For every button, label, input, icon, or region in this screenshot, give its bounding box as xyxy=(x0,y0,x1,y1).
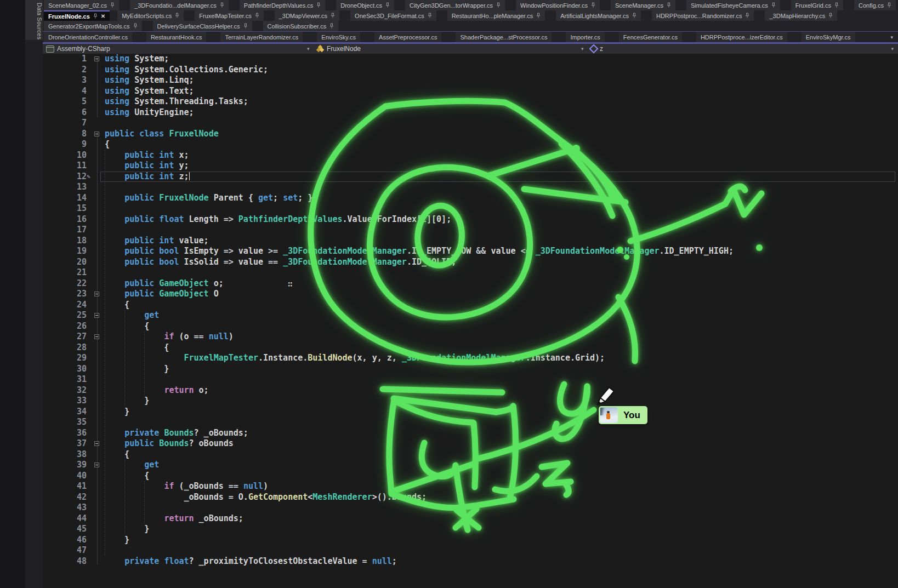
code-text[interactable]: { xyxy=(105,139,110,150)
code-text[interactable]: using System.Text; xyxy=(105,86,194,97)
pin-icon[interactable] xyxy=(329,23,334,29)
code-text[interactable]: FruxelMapTester.Instance.BuildNode(x, y,… xyxy=(105,353,605,364)
fold-collapse-icon[interactable] xyxy=(94,334,99,339)
code-text[interactable]: get xyxy=(105,460,159,471)
pin-icon[interactable] xyxy=(428,13,432,19)
pin-icon[interactable] xyxy=(175,13,179,19)
code-text[interactable]: public class FruxelNode xyxy=(105,129,219,140)
close-icon[interactable]: ✕ xyxy=(101,13,105,19)
code-text[interactable]: { xyxy=(105,449,129,460)
tab-FruxelMapTester.cs[interactable]: FruxelMapTester.cs xyxy=(195,10,263,21)
fold-collapse-icon[interactable] xyxy=(94,441,99,446)
tab-_3DMapHierarchy.cs[interactable]: _3DMapHierarchy.cs xyxy=(765,10,837,21)
pin-icon[interactable] xyxy=(771,2,776,8)
breadcrumb-type-dropdown[interactable]: ▾ xyxy=(581,44,584,54)
code-text[interactable]: if (o == null) xyxy=(105,332,234,342)
pin-icon[interactable] xyxy=(632,13,636,19)
pin-icon[interactable] xyxy=(220,2,224,8)
code-text[interactable]: } xyxy=(105,535,129,546)
tab-FencesGenerator.cs[interactable]: FencesGenerator.cs xyxy=(619,32,682,42)
tab-AssetPreprocessor.cs[interactable]: AssetPreprocessor.cs xyxy=(374,32,441,42)
pin-icon[interactable] xyxy=(887,2,891,8)
tab-RestaurantHook.cs[interactable]: RestaurantHook.cs xyxy=(146,32,207,42)
tab-_3DMapViewer.cs[interactable]: _3DMapViewer.cs xyxy=(275,10,339,21)
tab-HDRPPostproc...Randomizer.cs[interactable]: HDRPPostproc...Randomizer.cs xyxy=(652,10,754,21)
pin-icon[interactable] xyxy=(110,2,115,8)
pin-icon[interactable] xyxy=(316,2,321,8)
tab-SceneManager.cs[interactable]: SceneManager.cs xyxy=(611,0,675,10)
code-text[interactable]: } xyxy=(105,407,129,418)
fold-collapse-icon[interactable] xyxy=(94,132,99,136)
code-text[interactable]: public int z; xyxy=(105,172,190,182)
code-text[interactable]: using UnityEngine; xyxy=(105,107,194,118)
fold-collapse-icon[interactable] xyxy=(94,463,99,467)
tab-DroneOrientationController.cs[interactable]: DroneOrientationController.cs xyxy=(44,32,132,42)
pin-icon[interactable] xyxy=(331,13,335,19)
code-text[interactable]: if (_oBounds == null) xyxy=(105,481,268,492)
tab-CityGen3DGen...torWrapper.cs[interactable]: CityGen3DGen...torWrapper.cs xyxy=(405,0,505,10)
tab-MyEditorScripts.cs[interactable]: MyEditorScripts.cs xyxy=(117,10,184,21)
pin-icon[interactable] xyxy=(828,13,833,19)
code-text[interactable]: { xyxy=(105,471,149,482)
pin-icon[interactable] xyxy=(536,13,541,19)
code-text[interactable]: public bool IsEmpty => value >= _3DFound… xyxy=(105,246,734,257)
tab-Config.cs[interactable]: Config.cs xyxy=(854,0,896,10)
tab-Generator2ExportMapTools.cs[interactable]: Generator2ExportMapTools.cs xyxy=(44,21,142,31)
tab-ShaderPackage...stProcessor.cs[interactable]: ShaderPackage...stProcessor.cs xyxy=(456,32,552,42)
code-text[interactable]: using System; xyxy=(105,54,169,65)
breadcrumb-project-dropdown[interactable]: ▾ xyxy=(307,44,310,54)
code-text[interactable]: public GameObject O xyxy=(105,289,219,300)
code-text[interactable]: return _oBounds; xyxy=(105,513,243,524)
code-text[interactable]: public bool IsSolid => value == _3DFound… xyxy=(105,257,456,268)
tab-FruxelNode.cs[interactable]: FruxelNode.cs✕ xyxy=(44,10,110,21)
pin-icon[interactable] xyxy=(834,2,839,8)
breadcrumb-member[interactable]: z xyxy=(590,44,603,54)
code-text[interactable]: private Bounds? _oBounds; xyxy=(105,428,248,439)
tab-Importer.cs[interactable]: Importer.cs xyxy=(566,32,604,42)
pin-icon[interactable] xyxy=(243,23,248,29)
pin-icon[interactable] xyxy=(385,2,390,8)
code-text[interactable]: public Bounds? oBounds xyxy=(105,438,234,449)
tab-CollisionSubscriber.cs[interactable]: CollisionSubscriber.cs xyxy=(263,21,339,31)
code-text[interactable]: return o; xyxy=(105,385,209,396)
breadcrumb-type[interactable]: FruxelNode xyxy=(317,44,361,54)
pin-icon[interactable] xyxy=(255,13,259,19)
tab-DroneObject.cs[interactable]: DroneObject.cs xyxy=(336,0,394,10)
pin-icon[interactable] xyxy=(745,13,749,19)
tab-ArtificialLightsManager.cs[interactable]: ArtificialLightsManager.cs xyxy=(556,10,641,21)
tab-WindowPositionFinder.cs[interactable]: WindowPositionFinder.cs xyxy=(516,0,600,10)
tab-overflow-icon[interactable]: ▾ xyxy=(885,32,898,42)
breadcrumb-member-dropdown[interactable]: ▾ xyxy=(891,44,894,54)
code-editor[interactable]: 1using System;2using System.Collections.… xyxy=(43,54,898,588)
tab-TerrainLayerRandomizer.cs[interactable]: TerrainLayerRandomizer.cs xyxy=(220,32,303,42)
fold-collapse-icon[interactable] xyxy=(94,292,99,296)
code-text[interactable]: public FruxelNode Parent { get; set; } xyxy=(105,193,312,204)
pin-icon[interactable] xyxy=(93,13,98,19)
tab-RestaurantHo...pleManager.cs[interactable]: RestaurantHo...pleManager.cs xyxy=(447,10,545,21)
code-text[interactable]: public int y; xyxy=(105,161,189,172)
tab-EnviroSky.cs[interactable]: EnviroSky.cs xyxy=(317,32,360,42)
code-text[interactable]: { xyxy=(105,300,129,311)
tab-FruxelGrid.cs[interactable]: FruxelGrid.cs xyxy=(791,0,843,10)
pin-icon[interactable] xyxy=(667,2,671,8)
tab-_3DFoundatio...delManager.cs[interactable]: _3DFoundatio...delManager.cs xyxy=(130,0,229,10)
tab-SimulatedFisheyeCamera.cs[interactable]: SimulatedFisheyeCamera.cs xyxy=(686,0,780,10)
code-text[interactable]: private float? _proximityToClosestObstac… xyxy=(105,556,397,567)
fold-collapse-icon[interactable] xyxy=(94,56,99,61)
tab-PathfinderDepthValues.cs[interactable]: PathfinderDepthValues.cs xyxy=(240,0,325,10)
code-text[interactable]: { xyxy=(105,342,169,353)
breadcrumb-project[interactable]: Assembly-CSharp xyxy=(46,44,110,54)
tab-SceneManager_02.cs[interactable]: SceneManager_02.cs xyxy=(44,0,119,10)
tab-EnviroSkyMgr.cs[interactable]: EnviroSkyMgr.cs xyxy=(802,32,855,42)
code-text[interactable]: using System.Linq; xyxy=(105,75,194,86)
pin-icon[interactable] xyxy=(133,23,138,29)
code-text[interactable]: } xyxy=(105,524,149,535)
code-text[interactable]: public GameObject o; xyxy=(105,278,224,289)
tab-OneSec3D_FileFormat.cs[interactable]: OneSec3D_FileFormat.cs xyxy=(350,10,436,21)
fold-collapse-icon[interactable] xyxy=(94,313,99,318)
code-text[interactable]: { xyxy=(105,321,149,332)
code-text[interactable]: using System.Threading.Tasks; xyxy=(105,96,248,107)
tab-HDRPPostproce...izerEditor.cs[interactable]: HDRPPostproce...izerEditor.cs xyxy=(696,32,787,42)
code-text[interactable]: public int x; xyxy=(105,150,189,161)
pin-icon[interactable] xyxy=(496,2,501,8)
